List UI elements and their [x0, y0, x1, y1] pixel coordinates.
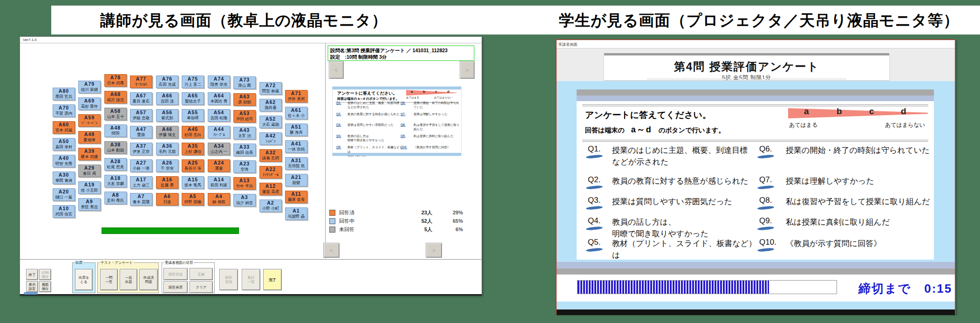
seat-A23[interactable]: A23空海	[233, 160, 256, 173]
seat-A10[interactable]: A10武田 信玄	[53, 205, 75, 218]
premade-question-button[interactable]: 作成済 問題	[139, 269, 158, 290]
seat-A73[interactable]: A73築山 殿	[233, 76, 256, 89]
display-settings-button[interactable]: 表示 設定	[26, 281, 38, 292]
exit-button[interactable]: 終了	[26, 269, 38, 280]
seat-A72[interactable]: A72間宮 林蔵	[259, 82, 282, 95]
seat-A29[interactable]: A29春日 局	[78, 165, 101, 177]
seat-A49[interactable]: A49夏候惇	[78, 131, 101, 144]
seat-A56[interactable]: A56紫式部	[156, 109, 178, 122]
seat-A60[interactable]: A60宮本 武蔵	[53, 121, 75, 134]
seat-A78[interactable]: A78日本 武尊	[104, 74, 127, 87]
seat-A48[interactable]: A48関羽	[104, 124, 127, 137]
prev-question-button[interactable]: <	[329, 61, 344, 79]
seat-A74[interactable]: A74陸奥 宗光	[208, 76, 230, 88]
seat-A55[interactable]: A55卑弥呼	[182, 109, 204, 122]
seat-A5[interactable]: A5狩野 探幽	[182, 193, 204, 206]
take-attendance-button[interactable]: 出席を とる	[75, 269, 93, 290]
seat-A57[interactable]: A57伊能 忠敬	[130, 109, 152, 122]
seat-A79[interactable]: A79徳川 家継	[78, 81, 101, 93]
next-page-button[interactable]: >	[426, 243, 442, 258]
seat-A80[interactable]: A80黒田 官兵	[53, 88, 75, 100]
seat-A19[interactable]: A19桂 小五郎	[78, 181, 101, 194]
seat-A67[interactable]: A67夏目 漱石	[130, 92, 152, 105]
seat-A26[interactable]: A26千 宗室	[156, 159, 178, 172]
seat-A61[interactable]: A61佐々木 小	[285, 107, 307, 119]
seat-A34[interactable]: A34山之内 一	[208, 143, 230, 155]
seat-A28[interactable]: A28松尾 芭蕉	[104, 158, 127, 171]
seat-A40[interactable]: A40明智 光秀	[53, 155, 75, 167]
seat-A38[interactable]: A38山本 勘助	[104, 141, 127, 154]
seat-A17[interactable]: A17土方 歳三	[130, 176, 152, 189]
screen-save-button[interactable]: 画面 保存	[39, 281, 51, 292]
answer-status-button[interactable]: 回答状況	[163, 268, 188, 280]
seat-A64[interactable]: A64本因坊 秀	[208, 92, 230, 105]
one-question-button[interactable]: 一問 一答	[100, 269, 118, 290]
seat-A41[interactable]: A41一休 宗純	[285, 140, 307, 153]
seat-A69[interactable]: A69高杉 晋作	[78, 97, 101, 110]
seat-A45[interactable]: A45杉田 玄白	[182, 126, 204, 138]
seat-A11[interactable]: A11藤原 道長	[285, 191, 307, 203]
seat-A3[interactable]: A3清少 納言	[233, 194, 256, 206]
seat-A8[interactable]: A8足利 尊氏	[104, 192, 127, 204]
seat-A16[interactable]: A16近藤 勇	[156, 176, 178, 189]
seat-A71[interactable]: A71伊井 直弼	[285, 90, 307, 103]
seat-A50[interactable]: A50真田 幸村	[53, 138, 75, 151]
seat-A36[interactable]: A36毛利 元就	[156, 143, 178, 155]
seat-A54[interactable]: A54吉田 松陰	[208, 109, 230, 122]
seat-A47[interactable]: A47曹操	[130, 126, 152, 138]
seat-A35[interactable]: A35上杉 謙信	[182, 143, 204, 155]
seat-A43[interactable]: A43太宰 治	[233, 127, 256, 139]
seat-A6[interactable]: A6日蓮	[156, 193, 178, 206]
seat-A51[interactable]: A51勝 海舟	[285, 124, 307, 136]
seat-A9[interactable]: A9豊臣 秀吉	[78, 198, 101, 211]
seat-A32[interactable]: A32諸葛 孔明	[259, 149, 282, 162]
answer-seat-button[interactable]: 回答座席	[163, 281, 188, 293]
seat-A42[interactable]: A42ｼｮﾊﾟﾝ	[259, 132, 282, 145]
seat-A22[interactable]: A22ﾅｲﾁﾝｹﾞｰﾙ	[259, 166, 282, 179]
prev-page-button[interactable]: <	[323, 243, 340, 258]
batch-question-button[interactable]: 一括 出題	[120, 269, 137, 290]
seat-A70[interactable]: A70平賀 源内	[53, 104, 75, 117]
seat-A58[interactable]: A58山本 五十	[104, 108, 127, 120]
seat-A20[interactable]: A20樋口 一葉	[53, 188, 75, 201]
seat-A77[interactable]: A77ﾓｰﾂｧﾙﾄ	[130, 76, 152, 88]
seat-A33[interactable]: A33織田 信長	[233, 144, 256, 156]
seat-A14[interactable]: A14前田 利家	[208, 176, 230, 189]
seat-A24[interactable]: A24運慶	[208, 159, 230, 172]
seat-A1[interactable]: A1与謝野 晶	[285, 207, 307, 220]
seat-A15[interactable]: A15坂本 竜馬	[182, 176, 204, 189]
done-button[interactable]: 完了	[263, 269, 282, 290]
seat-A7[interactable]: A7青木 昆陽	[130, 193, 152, 206]
seat-A39[interactable]: A39榎本 武揚	[78, 148, 101, 160]
seat-A62[interactable]: A62孫尚香	[259, 99, 282, 111]
seat-A46[interactable]: A46伊藤 博文	[156, 126, 178, 138]
seat-A13[interactable]: A13竹中 半兵	[233, 177, 256, 190]
seat-A52[interactable]: A52大石 蔵助	[259, 116, 282, 128]
seat-A68[interactable]: A68福沢 諭吉	[104, 91, 127, 103]
seat-A25[interactable]: A25長谷川 等	[182, 159, 204, 172]
usb-save-button[interactable]: USB 保存	[39, 269, 51, 280]
seat-A59[interactable]: A59ﾍﾞｰﾄｰﾍﾞﾝ	[78, 114, 101, 127]
seat-A65[interactable]: A65聖徳太子	[182, 92, 204, 105]
seat-A2[interactable]: A2小野 小町	[259, 199, 282, 212]
clear-button[interactable]: クリア	[190, 281, 213, 293]
seat-A44[interactable]: A44ﾌｧｰﾌﾞﾙ	[208, 126, 230, 138]
tally-list-button[interactable]: 集計 一覧	[242, 269, 260, 290]
seat-A76[interactable]: A76石田 光成	[156, 76, 178, 88]
instructor-screen-title: 講師が見る画面（教卓上の液晶モニタ）	[100, 10, 388, 31]
seat-A66[interactable]: A66吉田 茂	[156, 92, 178, 105]
seat-A53[interactable]: A53沖田 総司	[233, 110, 256, 123]
seat-A31[interactable]: A31天璋院 篤	[285, 157, 307, 170]
seat-A18[interactable]: A18大友 宗麟	[104, 175, 127, 187]
seat-A75[interactable]: A75川上 音二	[182, 76, 204, 88]
seat-A27[interactable]: A27小林 一茶	[130, 159, 152, 172]
answer-status-view-button[interactable]: 回答 状況	[219, 269, 238, 290]
seat-A12[interactable]: A12藤堂 高虎	[259, 183, 282, 195]
seat-A63[interactable]: A63源 頼朝	[233, 93, 256, 106]
seat-A21[interactable]: A21親鸞	[285, 174, 307, 186]
seat-A30[interactable]: A30華岡 青洲	[53, 172, 75, 184]
next-question-button[interactable]: >	[460, 61, 475, 79]
seat-A4[interactable]: A4静 御前	[208, 193, 230, 206]
seat-A37[interactable]: A37伊達 正宗	[130, 143, 152, 155]
correct-answer-button[interactable]: 正解	[190, 268, 213, 280]
